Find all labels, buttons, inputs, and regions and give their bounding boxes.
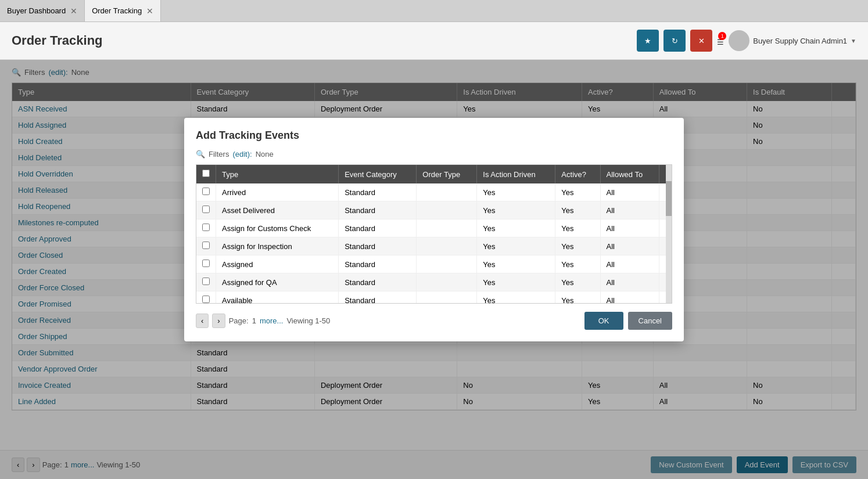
table-row: Assign for Customs CheckStandardYesYesAl… [196,219,672,237]
refresh-button[interactable]: ↻ [663,30,686,52]
modal-row-cell: Standard [339,237,417,255]
modal-row-cell: All [600,219,659,237]
row-checkbox-cell[interactable] [196,255,216,273]
modal-row-cell: Yes [477,255,555,273]
row-checkbox[interactable] [202,296,210,303]
modal-table-header: Type Event Category Order Type Is Action… [196,165,672,183]
table-row: Asset DeliveredStandardYesYesAll [196,201,672,219]
row-checkbox-cell[interactable] [196,237,216,255]
modal-row-cell: All [600,273,659,291]
row-checkbox-cell[interactable] [196,183,216,201]
tab-order-tracking[interactable]: Order Tracking ✕ [85,0,161,21]
modal-table: Type Event Category Order Type Is Action… [196,165,672,304]
modal-row-cell: Yes [477,183,555,201]
modal-row-cell: All [600,255,659,273]
modal-table-wrapper: Type Event Category Order Type Is Action… [196,164,672,304]
modal-viewing-label: Viewing 1-50 [286,316,330,325]
modal-row-cell [417,219,477,237]
tab-buyer-dashboard[interactable]: Buyer Dashboard ✕ [0,0,85,21]
tab-buyer-dashboard-close[interactable]: ✕ [70,6,77,16]
row-checkbox[interactable] [202,260,210,267]
cancel-button[interactable]: Cancel [628,312,672,330]
row-checkbox-cell[interactable] [196,291,216,304]
modal-row-cell: All [600,183,659,201]
modal-row-cell: Standard [339,219,417,237]
modal-more-link[interactable]: more... [260,316,283,325]
row-checkbox-cell[interactable] [196,219,216,237]
avatar [729,30,749,51]
close-button[interactable]: ✕ [690,30,712,52]
modal-scrollbar[interactable] [666,165,672,303]
row-checkbox[interactable] [202,206,210,213]
refresh-icon: ↻ [672,37,678,45]
table-row: ArrivedStandardYesYesAll [196,183,672,201]
header-bar: Order Tracking ★ ↻ ✕ ☰ 1 Buyer Supply Ch… [0,22,868,60]
modal-row-cell: Yes [555,273,600,291]
modal-row-cell: Standard [339,291,417,304]
modal-row-cell: Yes [555,201,600,219]
modal-pagination: ‹ › Page: 1 more... Viewing 1-50 [196,314,330,328]
modal-row-cell [417,183,477,201]
user-name: Buyer Supply Chain Admin1 [753,37,847,45]
modal-title: Add Tracking Events [196,129,672,142]
table-row: Assigned for QAStandardYesYesAll [196,273,672,291]
modal-prev-page-button[interactable]: ‹ [196,314,209,328]
modal-row-cell [417,201,477,219]
modal-page-number: 1 [252,316,256,325]
modal-row-cell: Assigned for QA [216,273,339,291]
modal-row-cell: Yes [477,219,555,237]
add-tracking-events-modal: Add Tracking Events 🔍 Filters (edit): No… [184,118,684,341]
table-row: Assign for InspectionStandardYesYesAll [196,237,672,255]
close-icon: ✕ [698,37,705,45]
row-checkbox[interactable] [202,242,210,249]
modal-overlay: Add Tracking Events 🔍 Filters (edit): No… [0,60,868,479]
modal-row-cell: Yes [477,273,555,291]
row-checkbox[interactable] [202,188,210,195]
modal-col-allowed-to: Allowed To [600,165,659,183]
modal-row-cell: Standard [339,201,417,219]
modal-row-cell: Standard [339,183,417,201]
col-select-all[interactable] [196,165,216,183]
modal-row-cell [417,273,477,291]
modal-row-cell: Standard [339,273,417,291]
modal-filters-label: Filters [209,150,229,159]
select-all-checkbox[interactable] [202,170,210,177]
modal-row-cell: Yes [477,201,555,219]
modal-filters-edit[interactable]: (edit): [232,150,252,159]
modal-row-cell [417,291,477,304]
row-checkbox-cell[interactable] [196,201,216,219]
modal-row-cell: Yes [555,255,600,273]
modal-filters-bar: 🔍 Filters (edit): None [196,150,672,159]
modal-row-cell: Yes [477,291,555,304]
row-checkbox[interactable] [202,224,210,231]
modal-row-cell [417,237,477,255]
modal-row-cell: Arrived [216,183,339,201]
ok-button[interactable]: OK [584,312,623,330]
user-dropdown[interactable]: Buyer Supply Chain Admin1 ▼ [729,30,856,51]
modal-row-cell: Standard [339,255,417,273]
menu-button[interactable]: ☰ 1 [717,34,724,48]
modal-row-cell: All [600,201,659,219]
page-title: Order Tracking [12,33,637,48]
modal-page-label: Page: [229,316,249,325]
notification-badge: 1 [718,32,726,40]
modal-next-page-button[interactable]: › [212,314,225,328]
modal-row-cell: Yes [555,183,600,201]
row-checkbox-cell[interactable] [196,273,216,291]
modal-col-type: Type [216,165,339,183]
modal-col-active: Active? [555,165,600,183]
modal-row-cell: All [600,291,659,304]
main-content: 🔍 Filters (edit): None Type Event Catego… [0,60,868,479]
table-row: AssignedStandardYesYesAll [196,255,672,273]
modal-search-icon: 🔍 [196,150,205,159]
modal-col-order-type: Order Type [417,165,477,183]
tab-order-tracking-label: Order Tracking [92,6,142,15]
row-checkbox[interactable] [202,278,210,285]
chevron-down-icon: ▼ [851,38,856,44]
modal-filters-value: None [256,150,274,159]
modal-row-cell: Asset Delivered [216,201,339,219]
tab-order-tracking-close[interactable]: ✕ [146,6,153,16]
modal-col-event-category: Event Category [339,165,417,183]
modal-row-cell: Assigned [216,255,339,273]
star-button[interactable]: ★ [637,30,659,52]
